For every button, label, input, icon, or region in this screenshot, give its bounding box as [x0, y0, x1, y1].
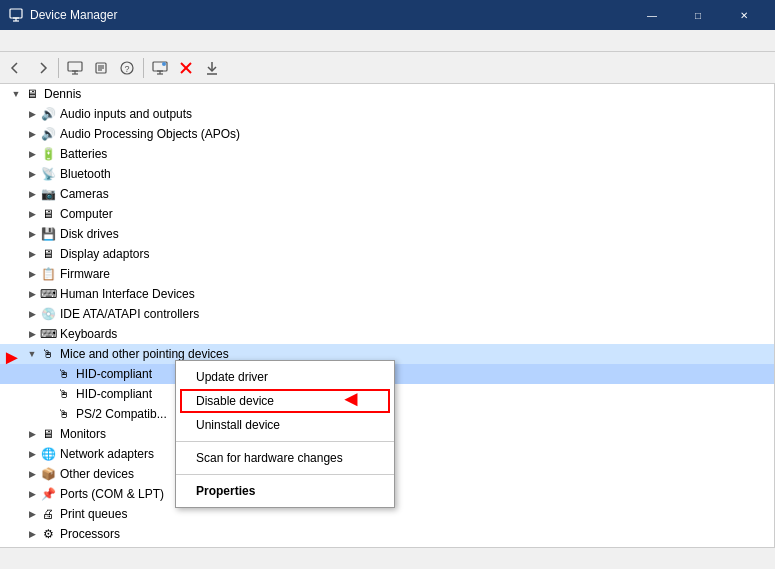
tree-item-firmware[interactable]: ▶📋Firmware: [0, 264, 774, 284]
menu-bar: [0, 30, 775, 52]
expander-monitors[interactable]: ▶: [24, 426, 40, 442]
expander-printqueues[interactable]: ▶: [24, 506, 40, 522]
icon-monitors: 🖥: [40, 426, 56, 442]
label-audio: Audio inputs and outputs: [60, 107, 192, 121]
toolbar: ?: [0, 52, 775, 84]
icon-apo: 🔊: [40, 126, 56, 142]
expander-ports[interactable]: ▶: [24, 486, 40, 502]
label-mice: Mice and other pointing devices: [60, 347, 229, 361]
window-controls: — □ ✕: [629, 0, 767, 30]
label-monitors: Monitors: [60, 427, 106, 441]
status-bar: [0, 547, 775, 569]
ctx-separator: [176, 474, 394, 475]
expander-diskdrives[interactable]: ▶: [24, 226, 40, 242]
tree-item-hid[interactable]: ▶⌨Human Interface Devices: [0, 284, 774, 304]
expander-sdhost[interactable]: ▶: [24, 546, 40, 547]
label-other: Other devices: [60, 467, 134, 481]
tree-item-keyboards[interactable]: ▶⌨Keyboards: [0, 324, 774, 344]
expander-other[interactable]: ▶: [24, 466, 40, 482]
icon-audio: 🔊: [40, 106, 56, 122]
tree-item-ide[interactable]: ▶💿IDE ATA/ATAPI controllers: [0, 304, 774, 324]
icon-firmware: 📋: [40, 266, 56, 282]
ctx-item-properties[interactable]: Properties: [176, 479, 394, 503]
expander-audio[interactable]: ▶: [24, 106, 40, 122]
expander-mice[interactable]: ▼: [24, 346, 40, 362]
expander-ps2[interactable]: [40, 406, 56, 422]
icon-keyboards: ⌨: [40, 326, 56, 342]
tree-item-bluetooth[interactable]: ▶📡Bluetooth: [0, 164, 774, 184]
scan-icon-btn[interactable]: [148, 56, 172, 80]
icon-hid2: 🖱: [56, 386, 72, 402]
tree-item-processors[interactable]: ▶⚙Processors: [0, 524, 774, 544]
download-icon-btn[interactable]: [200, 56, 224, 80]
expander-cameras[interactable]: ▶: [24, 186, 40, 202]
label-network: Network adapters: [60, 447, 154, 461]
icon-other: 📦: [40, 466, 56, 482]
expander-keyboards[interactable]: ▶: [24, 326, 40, 342]
ctx-item-disable[interactable]: Disable device: [176, 389, 394, 413]
expander-bluetooth[interactable]: ▶: [24, 166, 40, 182]
tree-item-sdhost[interactable]: ▶💳SD host adapters: [0, 544, 774, 547]
ctx-separator: [176, 441, 394, 442]
label-printqueues: Print queues: [60, 507, 127, 521]
expander-hid[interactable]: ▶: [24, 286, 40, 302]
tree-item-cameras[interactable]: ▶📷Cameras: [0, 184, 774, 204]
ctx-item-uninstall[interactable]: Uninstall device: [176, 413, 394, 437]
expander-network[interactable]: ▶: [24, 446, 40, 462]
icon-ps2: 🖱: [56, 406, 72, 422]
label-displayadaptors: Display adaptors: [60, 247, 149, 261]
ctx-item-scan[interactable]: Scan for hardware changes: [176, 446, 394, 470]
label-ide: IDE ATA/ATAPI controllers: [60, 307, 199, 321]
expander-computer[interactable]: ▶: [24, 206, 40, 222]
icon-computer: 🖥: [40, 206, 56, 222]
forward-button[interactable]: [30, 56, 54, 80]
properties-icon-btn[interactable]: [89, 56, 113, 80]
computer-icon-btn[interactable]: [63, 56, 87, 80]
expander-processors[interactable]: ▶: [24, 526, 40, 542]
label-cameras: Cameras: [60, 187, 109, 201]
icon-bluetooth: 📡: [40, 166, 56, 182]
expander-displayadaptors[interactable]: ▶: [24, 246, 40, 262]
icon-diskdrives: 💾: [40, 226, 56, 242]
tree-item-apo[interactable]: ▶🔊Audio Processing Objects (APOs): [0, 124, 774, 144]
label-computer: Computer: [60, 207, 113, 221]
tree-item-batteries[interactable]: ▶🔋Batteries: [0, 144, 774, 164]
expander-apo[interactable]: ▶: [24, 126, 40, 142]
tree-root[interactable]: ▼ 🖥 Dennis: [0, 84, 774, 104]
maximize-button[interactable]: □: [675, 0, 721, 30]
icon-hid1: 🖱: [56, 366, 72, 382]
label-ports: Ports (COM & LPT): [60, 487, 164, 501]
label-firmware: Firmware: [60, 267, 110, 281]
expander-batteries[interactable]: ▶: [24, 146, 40, 162]
help-icon-btn[interactable]: ?: [115, 56, 139, 80]
tree-item-diskdrives[interactable]: ▶💾Disk drives: [0, 224, 774, 244]
icon-cameras: 📷: [40, 186, 56, 202]
expander-ide[interactable]: ▶: [24, 306, 40, 322]
icon-sdhost: 💳: [40, 546, 56, 547]
root-expander[interactable]: ▼: [8, 86, 24, 102]
device-tree[interactable]: ▼ 🖥 Dennis ▶🔊Audio inputs and outputs▶🔊A…: [0, 84, 775, 547]
tree-item-computer[interactable]: ▶🖥Computer: [0, 204, 774, 224]
ctx-item-update[interactable]: Update driver: [176, 365, 394, 389]
expander-hid1[interactable]: [40, 366, 56, 382]
expander-firmware[interactable]: ▶: [24, 266, 40, 282]
label-batteries: Batteries: [60, 147, 107, 161]
tree-item-displayadaptors[interactable]: ▶🖥Display adaptors: [0, 244, 774, 264]
root-label: Dennis: [44, 87, 81, 101]
icon-network: 🌐: [40, 446, 56, 462]
close-button[interactable]: ✕: [721, 0, 767, 30]
minimize-button[interactable]: —: [629, 0, 675, 30]
icon-displayadaptors: 🖥: [40, 246, 56, 262]
delete-icon-btn[interactable]: [174, 56, 198, 80]
context-menu: Update driverDisable deviceUninstall dev…: [175, 360, 395, 508]
disable-device-highlight-box: [180, 389, 390, 413]
main-area: ▼ 🖥 Dennis ▶🔊Audio inputs and outputs▶🔊A…: [0, 84, 775, 547]
computer-icon: 🖥: [24, 86, 40, 102]
back-button[interactable]: [4, 56, 28, 80]
app-icon: [8, 7, 24, 23]
expander-hid2[interactable]: [40, 386, 56, 402]
icon-batteries: 🔋: [40, 146, 56, 162]
label-apo: Audio Processing Objects (APOs): [60, 127, 240, 141]
tree-item-audio[interactable]: ▶🔊Audio inputs and outputs: [0, 104, 774, 124]
icon-processors: ⚙: [40, 526, 56, 542]
